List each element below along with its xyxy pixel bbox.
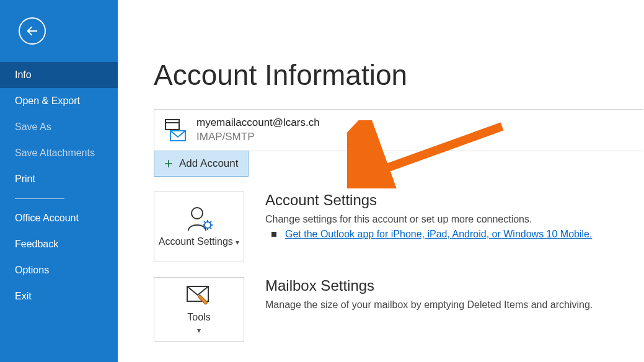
add-account-button[interactable]: + Add Account [154,151,249,177]
sidebar-item-print[interactable]: Print [0,166,118,192]
svg-line-12 [204,227,205,229]
sidebar-item-open-export[interactable]: Open & Export [0,88,118,114]
chevron-down-icon: ▾ [197,326,201,335]
arrow-left-icon [25,24,39,38]
bullet-icon [271,232,276,237]
backstage-sidebar: Info Open & Export Save As Save Attachme… [0,0,118,362]
svg-rect-1 [165,120,179,130]
account-selector[interactable]: myemailaccount@lcars.ch IMAP/SMTP [154,109,643,151]
mailbox-tools-icon [185,283,213,307]
page-title: Account Information [154,58,644,92]
plus-icon: + [164,156,173,171]
back-button[interactable] [19,17,46,45]
account-settings-description: Change settings for this account or set … [265,214,592,225]
sidebar-item-feedback[interactable]: Feedback [0,231,118,257]
get-outlook-app-link[interactable]: Get the Outlook app for iPhone, iPad, An… [285,229,592,240]
account-type: IMAP/SMTP [196,130,320,144]
tools-button[interactable]: Tools▾ [154,277,244,342]
mailbox-settings-description: Manage the size of your mailbox by empty… [265,299,593,311]
svg-line-11 [210,227,211,229]
chevron-down-icon: ▾ [236,238,239,247]
sidebar-item-save-as: Save As [0,114,118,140]
svg-line-10 [204,221,205,223]
account-settings-heading: Account Settings [265,192,592,209]
account-email: myemailaccount@lcars.ch [196,116,320,130]
account-settings-button[interactable]: Account Settings ▾ [154,192,244,262]
sidebar-item-info[interactable]: Info [0,62,118,88]
add-account-label: Add Account [179,157,238,170]
sidebar-item-options[interactable]: Options [0,257,118,283]
mailbox-settings-heading: Mailbox Settings [265,277,593,294]
svg-line-13 [210,221,211,223]
account-mail-icon [163,118,188,143]
tools-button-label: Tools▾ [187,311,210,336]
main-content: Account Information myemailaccount@lcars… [118,0,644,362]
svg-point-5 [205,222,211,228]
sidebar-item-exit[interactable]: Exit [0,283,118,309]
account-text: myemailaccount@lcars.ch IMAP/SMTP [196,116,320,144]
back-button-wrap [0,0,118,62]
sidebar-separator [15,198,64,199]
sidebar-item-save-attachments: Save Attachments [0,140,118,166]
svg-point-4 [192,208,203,219]
person-gear-icon [185,206,213,232]
sidebar-item-office-account[interactable]: Office Account [0,205,118,231]
account-settings-button-label: Account Settings ▾ [159,236,240,248]
